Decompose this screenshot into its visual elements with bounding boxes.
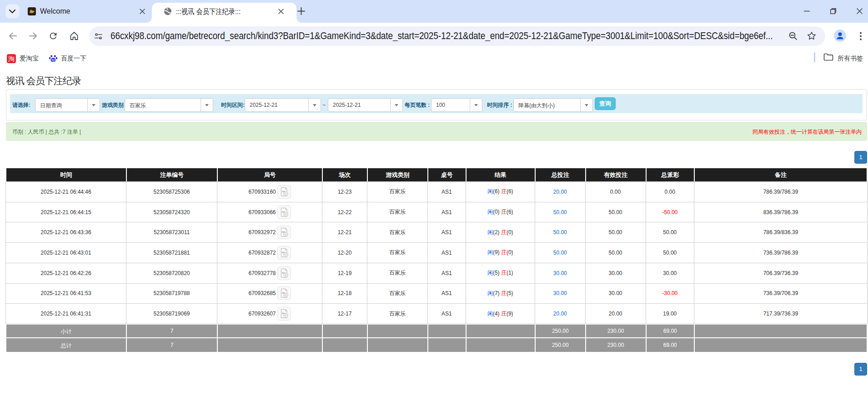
svg-text:du: du: [51, 58, 55, 61]
